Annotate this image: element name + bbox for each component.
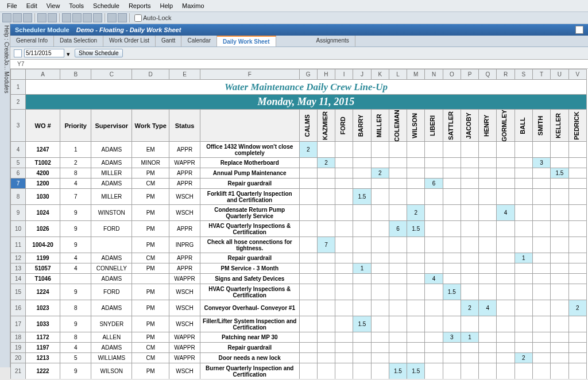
date-bar: ▾ Show Schedule <box>10 47 588 60</box>
menu-bar: FileEditViewToolsScheduleReportsHelpMaxi… <box>0 0 588 12</box>
table-row: 1710339SNYDERPMWSCHFiller/Lifter System … <box>11 316 587 332</box>
menu-schedule[interactable]: Schedule <box>88 1 124 10</box>
tab-calendar[interactable]: Calendar <box>181 36 217 46</box>
chevron-down-icon[interactable]: ▾ <box>67 51 72 56</box>
menu-view[interactable]: View <box>42 1 65 10</box>
calendar-icon[interactable] <box>14 49 22 57</box>
table-row: 1010269FORDPMAPPRHVAC Quarterly Inspecti… <box>11 221 587 237</box>
menu-reports[interactable]: Reports <box>124 1 156 10</box>
crew-ball[interactable]: BALL <box>514 110 532 142</box>
crew-smith[interactable]: SMITH <box>532 110 550 142</box>
crew-barry[interactable]: BARRY <box>353 110 371 142</box>
table-row: 810307MILLERPMWSCHForklift #1 Quarterly … <box>11 189 587 205</box>
module-titlebar: Scheduler Module Demo - Floating - Daily… <box>10 24 588 36</box>
crew-coleman[interactable]: COLEMAN <box>389 110 407 142</box>
menu-edit[interactable]: Edit <box>22 1 42 10</box>
tab-work-order-list[interactable]: Work Order List <box>103 36 156 46</box>
crew-jacoby[interactable]: JACOBY <box>461 110 478 142</box>
cell-reference: Y7 <box>10 60 588 69</box>
crew-keller[interactable]: KELLER <box>551 110 568 142</box>
table-row: 1610238ADAMSPMWSCHConveyor Overhaul- Con… <box>11 300 587 316</box>
crew-miller[interactable]: MILLER <box>371 110 389 142</box>
table-row: 910249WINSTONPMWSCHCondensate Return Pum… <box>11 205 587 221</box>
menu-tools[interactable]: Tools <box>64 1 88 10</box>
table-row: 1211994ADAMSCMAPPRRepair guardrail1 <box>11 253 587 263</box>
show-schedule-button[interactable]: Show Schedule <box>75 49 123 57</box>
tool-icon[interactable] <box>37 13 47 22</box>
crew-ford[interactable]: FORD <box>335 110 353 142</box>
tool-icon[interactable] <box>13 13 22 22</box>
table-row: 712004ADAMSCMAPPRRepair guardrail6 <box>11 179 587 189</box>
tab-gantt[interactable]: Gantt <box>156 36 181 46</box>
tab-general-info[interactable]: General Info <box>10 36 54 46</box>
toolbar: Auto-Lock <box>0 12 588 24</box>
crew-liberi[interactable]: LIBERI <box>425 110 443 142</box>
tool-icon[interactable] <box>72 13 82 22</box>
date-input[interactable] <box>24 49 64 57</box>
tab-daily-work-sheet[interactable]: Daily Work Sheet <box>217 36 276 46</box>
table-row: 111004-209PMINPRGCheck all hose connecti… <box>11 237 587 253</box>
crew-henry[interactable]: HENRY <box>479 110 497 142</box>
table-row: 1911974ADAMSCMWAPPRRepair guardrail <box>11 343 587 353</box>
tool-icon[interactable] <box>118 13 127 22</box>
tool-icon[interactable] <box>23 13 32 22</box>
table-row: 642008MILLERPMAPPRAnnual Pump Maintenanc… <box>11 168 587 179</box>
crew-pedrick[interactable]: PEDRICK <box>568 110 586 142</box>
table-row: 14T1046ADAMSWAPPRSigns and Safety Device… <box>11 274 587 284</box>
tab-data-selection[interactable]: Data Selection <box>54 36 103 46</box>
table-row: 13510574CONNELLYPMAPPRPM Service - 3 Mon… <box>11 263 587 274</box>
spreadsheet[interactable]: ABCDEFGHIJKLMNOPQRSTUV1Water Maintenance… <box>10 69 588 379</box>
dropdown-icon[interactable] <box>575 26 583 34</box>
tool-icon[interactable] <box>83 13 92 22</box>
table-row: 1512249FORDPMWSCHHVAC Quarterly Inspecti… <box>11 284 587 300</box>
autolock-toggle[interactable]: Auto-Lock <box>134 14 172 22</box>
table-row: 1811728ALLENPMWAPPRPatching near MP 3031 <box>11 332 587 343</box>
tool-icon[interactable] <box>93 13 102 22</box>
table-row: 5T10022ADAMSMINORWAPPRReplace Motherboar… <box>11 158 587 168</box>
crew-wilson[interactable]: WILSON <box>407 110 425 142</box>
crew-calms[interactable]: CALMS <box>299 110 317 142</box>
tool-icon[interactable] <box>107 13 117 22</box>
tab-bar: General InfoData SelectionWork Order Lis… <box>10 36 588 47</box>
tool-icon[interactable] <box>2 13 11 22</box>
menu-help[interactable]: Help <box>155 1 177 10</box>
crew-kazmier[interactable]: KAZMIER <box>317 110 335 142</box>
tool-icon[interactable] <box>48 13 57 22</box>
tool-icon[interactable] <box>62 13 71 22</box>
tab-assignments[interactable]: Assignments <box>311 36 355 46</box>
menu-file[interactable]: File <box>2 1 22 10</box>
crew-sattler[interactable]: SATTLER <box>443 110 461 142</box>
table-row: 412471ADAMSEMAPPROffice 1432 Window won'… <box>11 142 587 158</box>
table-row: 2112229WILSONPMWSCHBurner Quarterly Insp… <box>11 363 587 379</box>
crew-gormley[interactable]: GORMLEY <box>497 110 514 142</box>
left-rail[interactable]: Help : CreateJo... Modules <box>0 23 10 367</box>
menu-maximo[interactable]: Maximo <box>177 1 209 10</box>
table-row: 2012135WILLIAMSCMWAPPRDoor needs a new l… <box>11 353 587 363</box>
